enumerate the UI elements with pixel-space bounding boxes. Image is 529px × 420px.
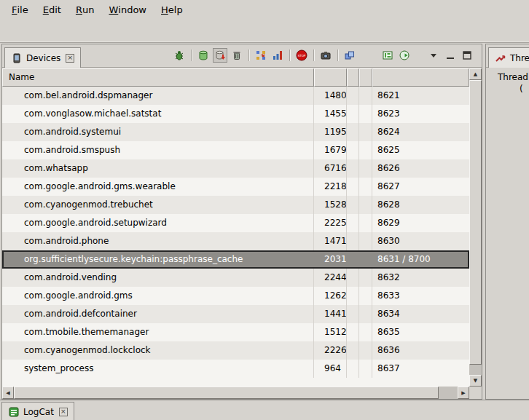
cell-empty xyxy=(347,141,359,159)
table-row[interactable]: com.cyanogenmod.lockclock222658636 xyxy=(2,341,469,360)
menu-item-edit[interactable]: Edit xyxy=(36,0,68,19)
table-row[interactable]: com.vonglasow.michael.satstat145538623 xyxy=(2,105,469,123)
scroll-up-icon[interactable]: ▲ xyxy=(469,68,482,80)
dump-hprof-icon[interactable] xyxy=(213,48,227,63)
start-opengl-trace-icon[interactable] xyxy=(397,48,412,63)
column-header-name[interactable]: Name xyxy=(2,68,314,87)
devices-tab-icon xyxy=(11,52,23,64)
update-heap-icon[interactable] xyxy=(196,48,211,63)
toolbar-separator xyxy=(313,49,314,61)
cell-empty xyxy=(359,360,372,378)
column-header-port[interactable] xyxy=(372,68,469,87)
process-port: 8637 xyxy=(372,360,469,378)
vertical-scroll-thumb[interactable] xyxy=(469,80,482,365)
process-name: com.cyanogenmod.lockclock xyxy=(2,341,314,360)
process-pid: 22265 xyxy=(314,341,347,360)
table-row[interactable]: com.cyanogenmod.trebuchet15288628 xyxy=(2,196,469,214)
table-row[interactable]: system_process9648637 xyxy=(2,360,469,378)
view-menu-icon[interactable] xyxy=(426,48,441,63)
cell-empty xyxy=(359,341,372,360)
column-header-pid[interactable] xyxy=(314,68,347,87)
cell-empty xyxy=(347,287,359,305)
devices-toolbar: STOP xyxy=(172,48,474,63)
process-pid: 1512 xyxy=(314,323,347,341)
table-row[interactable]: com.android.vending224408632 xyxy=(2,269,469,287)
process-pid: 1195 xyxy=(314,123,347,141)
cell-empty xyxy=(347,250,359,269)
process-pid: 20311 xyxy=(314,250,347,269)
tab-threads[interactable]: Threads xyxy=(488,47,529,68)
table-row[interactable]: com.whatsapp67168626 xyxy=(2,159,469,178)
cell-empty xyxy=(347,105,359,123)
cell-empty xyxy=(359,323,372,341)
capture-systrace-icon[interactable] xyxy=(380,48,395,63)
horizontal-scrollbar[interactable]: ◀ ▶ xyxy=(2,387,469,399)
tab-logcat[interactable]: LogCat × xyxy=(1,402,74,420)
toolbar-separator xyxy=(191,49,192,61)
debug-icon[interactable] xyxy=(172,48,187,63)
device-table: Name com.bel.android.dspmanager14808621c… xyxy=(2,68,482,399)
minimize-icon[interactable] xyxy=(443,48,458,63)
process-name: com.cyanogenmod.trebuchet xyxy=(2,196,314,214)
maximize-icon[interactable] xyxy=(460,48,474,63)
table-row[interactable]: com.google.android.setupwizard222508629 xyxy=(2,214,469,232)
process-port: 8625 xyxy=(372,141,469,159)
scroll-left-icon[interactable]: ◀ xyxy=(2,387,14,399)
table-row[interactable]: com.android.phone14718630 xyxy=(2,232,469,250)
logcat-icon xyxy=(8,406,20,418)
process-port: 8630 xyxy=(372,232,469,250)
process-pid: 22250 xyxy=(314,214,347,232)
table-row[interactable]: com.google.android.gms.wearable221858627 xyxy=(2,178,469,196)
dump-view-hierarchy-icon[interactable] xyxy=(342,48,357,63)
cell-empty xyxy=(359,232,372,250)
cell-empty xyxy=(347,269,359,287)
table-row[interactable]: org.sufficientlysecure.keychain:passphra… xyxy=(2,250,469,269)
table-row[interactable]: com.android.smspush16798625 xyxy=(2,141,469,159)
vertical-scrollbar[interactable]: ▲ ▼ xyxy=(469,68,482,387)
menu-item-run[interactable]: Run xyxy=(68,0,102,19)
process-name: com.android.defcontainer xyxy=(2,305,314,323)
process-port: 8628 xyxy=(372,196,469,214)
stop-process-icon[interactable]: STOP xyxy=(294,48,309,63)
screen-capture-icon[interactable] xyxy=(318,48,333,63)
cause-gc-icon[interactable] xyxy=(230,48,244,63)
table-row[interactable]: com.android.defcontainer144118634 xyxy=(2,305,469,323)
menu-item-help[interactable]: Help xyxy=(154,0,190,19)
threads-message-line1: Thread up xyxy=(498,72,529,82)
process-port: 8633 xyxy=(372,287,469,305)
close-icon[interactable]: × xyxy=(59,408,68,416)
menu-item-file[interactable]: File xyxy=(4,0,36,19)
table-row[interactable]: com.android.systemui11958624 xyxy=(2,123,469,141)
update-threads-icon[interactable] xyxy=(254,48,268,63)
process-port: 8631 / 8700 xyxy=(372,250,469,269)
horizontal-scroll-thumb[interactable] xyxy=(14,387,439,399)
table-row[interactable]: com.bel.android.dspmanager14808621 xyxy=(2,87,469,105)
tab-logcat-label: LogCat xyxy=(23,407,54,417)
cell-empty xyxy=(347,305,359,323)
process-name: com.tmobile.thememanager xyxy=(2,323,314,341)
start-method-profiling-icon[interactable] xyxy=(270,48,285,63)
process-pid: 1679 xyxy=(314,141,347,159)
scroll-down-icon[interactable]: ▼ xyxy=(469,375,482,387)
toolbar-separator xyxy=(289,49,290,61)
tab-devices[interactable]: Devices × xyxy=(4,47,81,68)
table-row[interactable]: com.google.android.gms126238633 xyxy=(2,287,469,305)
scrollbar-corner xyxy=(469,387,482,399)
cell-empty xyxy=(359,250,372,269)
toolbar-separator xyxy=(248,49,249,61)
process-name: com.google.android.setupwizard xyxy=(2,214,314,232)
cell-empty xyxy=(347,360,359,378)
cell-empty xyxy=(359,178,372,196)
process-port: 8624 xyxy=(372,123,469,141)
process-port: 8634 xyxy=(372,305,469,323)
process-name: system_process xyxy=(2,360,314,378)
process-port: 8636 xyxy=(372,341,469,360)
close-icon[interactable]: × xyxy=(66,54,74,63)
table-row[interactable]: com.tmobile.thememanager15128635 xyxy=(2,323,469,341)
scroll-right-icon[interactable]: ▶ xyxy=(458,387,469,399)
cell-empty xyxy=(359,141,372,159)
column-header-empty[interactable] xyxy=(347,68,359,87)
column-header-empty[interactable] xyxy=(359,68,372,87)
menu-item-window[interactable]: Window xyxy=(101,0,154,19)
cell-empty xyxy=(359,269,372,287)
